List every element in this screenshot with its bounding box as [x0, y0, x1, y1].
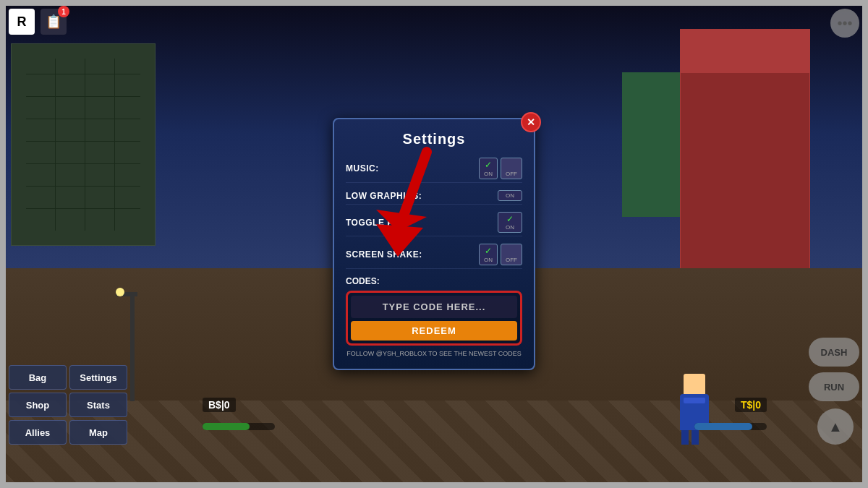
settings-row-screenshake: SCREEN SHAKE: ✓ ON OFF — [346, 244, 522, 269]
codes-label: CODES: — [346, 276, 522, 286]
screenshake-on-button[interactable]: ✓ ON — [479, 244, 498, 265]
settings-row-graphics: LOW GRAPHICS: ON — [346, 190, 522, 205]
modal-title: Settings — [346, 131, 522, 147]
music-toggle-group: ✓ ON OFF — [479, 158, 522, 179]
codes-input-area: REDEEM — [346, 291, 522, 346]
settings-row-music: MUSIC: ✓ ON OFF — [346, 158, 522, 183]
music-off-button[interactable]: OFF — [501, 158, 522, 179]
codes-input[interactable] — [351, 296, 517, 318]
screenshake-off-button[interactable]: OFF — [501, 244, 522, 265]
music-on-button[interactable]: ✓ ON — [479, 158, 498, 179]
screenshake-toggle-group: ✓ ON OFF — [479, 244, 522, 265]
redeem-button[interactable]: REDEEM — [351, 321, 517, 341]
modal-close-button[interactable]: ✕ — [521, 112, 541, 132]
music-label: MUSIC: — [346, 163, 379, 174]
codes-section: CODES: REDEEM FOLLOW @YSH_ROBLOX TO SEE … — [346, 276, 522, 357]
follow-text: FOLLOW @YSH_ROBLOX TO SEE THE NEWEST COD… — [346, 350, 522, 357]
modal-overlay: ✕ Settings MUSIC: ✓ ON OFF LOW GRAPHICS: — [0, 0, 868, 488]
screenshake-label: SCREEN SHAKE: — [346, 249, 422, 260]
settings-modal: ✕ Settings MUSIC: ✓ ON OFF LOW GRAPHICS: — [333, 118, 535, 370]
pvp-label: TOGGLE PVP — [346, 218, 406, 228]
pvp-toggle[interactable]: ✓ ON — [498, 212, 522, 233]
graphics-toggle[interactable]: ON — [498, 190, 522, 201]
graphics-label: LOW GRAPHICS: — [346, 191, 422, 201]
settings-row-pvp: TOGGLE PVP ✓ ON — [346, 212, 522, 236]
